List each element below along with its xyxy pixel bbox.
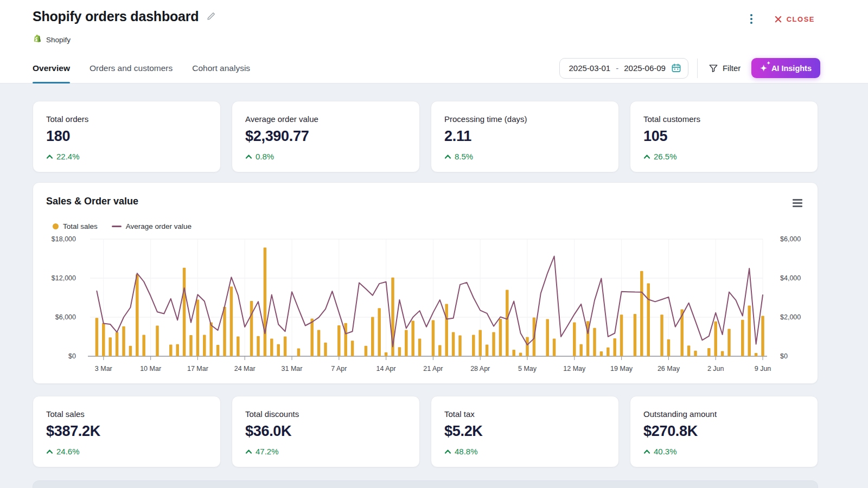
kpi-delta-value: 47.2% xyxy=(256,447,279,456)
svg-text:$4,000: $4,000 xyxy=(780,274,801,282)
svg-text:14 Apr: 14 Apr xyxy=(376,365,396,373)
date-end: 2025-06-09 xyxy=(624,63,666,73)
close-icon xyxy=(774,15,782,23)
page-title: Shopify orders dashboard xyxy=(33,9,199,24)
kpi-label: Total sales xyxy=(46,409,207,419)
up-chevron-icon xyxy=(643,154,650,159)
kpi-label: Total orders xyxy=(46,114,207,124)
svg-text:2 Jun: 2 Jun xyxy=(707,365,724,373)
next-section-card-edge xyxy=(33,480,818,488)
svg-text:9 Jun: 9 Jun xyxy=(755,365,771,373)
date-start: 2025-03-01 xyxy=(569,63,610,73)
controls-divider xyxy=(697,59,698,78)
kpi-card-total-discounts: Total discounts $36.0K 47.2% xyxy=(232,396,420,467)
kpi-delta-value: 0.8% xyxy=(256,152,274,161)
close-label: CLOSE xyxy=(787,15,815,23)
source-label: Shopify xyxy=(46,36,71,44)
svg-text:17 Mar: 17 Mar xyxy=(187,365,208,373)
more-menu-button[interactable] xyxy=(747,12,756,26)
kpi-value: 105 xyxy=(643,128,805,145)
kpi-label: Total discounts xyxy=(245,409,406,419)
svg-text:$18,000: $18,000 xyxy=(52,235,76,243)
svg-text:19 May: 19 May xyxy=(610,365,633,373)
legend-item-total-sales: Total sales xyxy=(53,222,98,230)
legend-dot-icon xyxy=(53,223,59,229)
kpi-delta-value: 26.5% xyxy=(654,152,677,161)
svg-text:21 Apr: 21 Apr xyxy=(423,365,443,373)
svg-text:31 Mar: 31 Mar xyxy=(282,365,303,373)
kpi-label: Average order value xyxy=(245,114,406,124)
chart-legend: Total sales Average order value xyxy=(46,222,805,230)
svg-text:$6,000: $6,000 xyxy=(55,313,76,321)
funnel-icon xyxy=(709,63,718,73)
kpi-delta-value: 22.4% xyxy=(56,152,80,161)
kpi-label: Processing time (days) xyxy=(444,114,605,124)
header: Shopify orders dashboard CLOSE Shopify O… xyxy=(0,0,868,84)
svg-text:3 Mar: 3 Mar xyxy=(95,365,112,373)
sales-order-chart: $18,000$6,000$12,000$4,000$6,000$2,000$0… xyxy=(46,234,806,374)
date-range-picker[interactable]: 2025-03-01 - 2025-06-09 xyxy=(559,58,688,79)
up-chevron-icon xyxy=(444,154,451,159)
svg-text:28 Apr: 28 Apr xyxy=(470,365,490,373)
svg-text:$12,000: $12,000 xyxy=(52,274,76,282)
svg-text:7 Apr: 7 Apr xyxy=(331,365,347,373)
up-chevron-icon xyxy=(444,449,451,454)
kpi-card-processing-time: Processing time (days) 2.11 8.5% xyxy=(431,101,619,172)
up-chevron-icon xyxy=(46,154,53,159)
svg-text:10 Mar: 10 Mar xyxy=(140,365,161,373)
svg-text:5 May: 5 May xyxy=(518,365,537,373)
svg-text:$6,000: $6,000 xyxy=(780,235,801,243)
chart-menu-icon[interactable] xyxy=(790,196,805,210)
kpi-label: Total tax xyxy=(444,409,605,419)
sales-order-value-card: Sales & Order value Total sales Average … xyxy=(33,182,818,384)
kpi-label: Total customers xyxy=(643,114,805,124)
svg-text:12 May: 12 May xyxy=(563,365,586,373)
kpi-card-total-sales: Total sales $387.2K 24.6% xyxy=(33,396,221,467)
up-chevron-icon xyxy=(245,449,252,454)
filter-button[interactable]: Filter xyxy=(706,60,743,76)
shopify-icon xyxy=(33,34,42,46)
kpi-card-outstanding-amount: Outstanding amount $270.8K 40.3% xyxy=(630,396,818,467)
kpi-delta-value: 24.6% xyxy=(56,447,80,456)
kpi-delta-value: 40.3% xyxy=(654,447,677,456)
up-chevron-icon xyxy=(46,449,53,454)
kpi-card-average-order-value: Average order value $2,390.77 0.8% xyxy=(232,101,420,172)
kpi-row-bottom: Total sales $387.2K 24.6% Total discount… xyxy=(33,396,818,467)
svg-text:$0: $0 xyxy=(780,352,788,360)
close-button[interactable]: CLOSE xyxy=(774,15,815,23)
source-badge: Shopify xyxy=(0,26,868,46)
date-separator: - xyxy=(616,63,618,73)
up-chevron-icon xyxy=(643,449,650,454)
tab-orders-and-customers[interactable]: Orders and customers xyxy=(90,53,173,83)
kpi-value: $36.0K xyxy=(245,423,406,440)
kpi-label: Outstanding amount xyxy=(643,409,805,419)
kpi-value: $270.8K xyxy=(643,423,805,440)
legend-line-icon xyxy=(112,226,122,227)
kpi-card-total-tax: Total tax $5.2K 48.8% xyxy=(431,396,619,467)
kpi-value: 2.11 xyxy=(444,128,605,145)
kpi-row-top: Total orders 180 22.4% Average order val… xyxy=(33,101,818,172)
svg-text:24 Mar: 24 Mar xyxy=(234,365,256,373)
kpi-card-total-customers: Total customers 105 26.5% xyxy=(630,101,818,172)
tab-overview[interactable]: Overview xyxy=(33,53,70,83)
kpi-delta-value: 8.5% xyxy=(455,152,473,161)
ai-insights-button[interactable]: ✦✦ AI Insights xyxy=(751,58,820,78)
kpi-delta-value: 48.8% xyxy=(455,447,478,456)
up-chevron-icon xyxy=(245,154,252,159)
kpi-value: $5.2K xyxy=(444,423,605,440)
tab-bar: Overview Orders and customers Cohort ana… xyxy=(33,53,250,83)
kpi-value: $387.2K xyxy=(46,423,207,440)
chart-title: Sales & Order value xyxy=(46,196,138,207)
kpi-value: $2,390.77 xyxy=(245,128,406,145)
kpi-value: 180 xyxy=(46,128,207,145)
edit-title-icon[interactable] xyxy=(206,11,216,23)
tab-cohort-analysis[interactable]: Cohort analysis xyxy=(192,53,250,83)
svg-text:26 May: 26 May xyxy=(658,365,680,373)
legend-item-average-order-value: Average order value xyxy=(112,222,192,230)
kpi-card-total-orders: Total orders 180 22.4% xyxy=(33,101,221,172)
calendar-icon xyxy=(671,63,681,73)
svg-text:$0: $0 xyxy=(68,352,76,360)
svg-text:$2,000: $2,000 xyxy=(780,313,801,321)
filter-label: Filter xyxy=(723,63,741,73)
ai-insights-label: AI Insights xyxy=(771,64,812,73)
